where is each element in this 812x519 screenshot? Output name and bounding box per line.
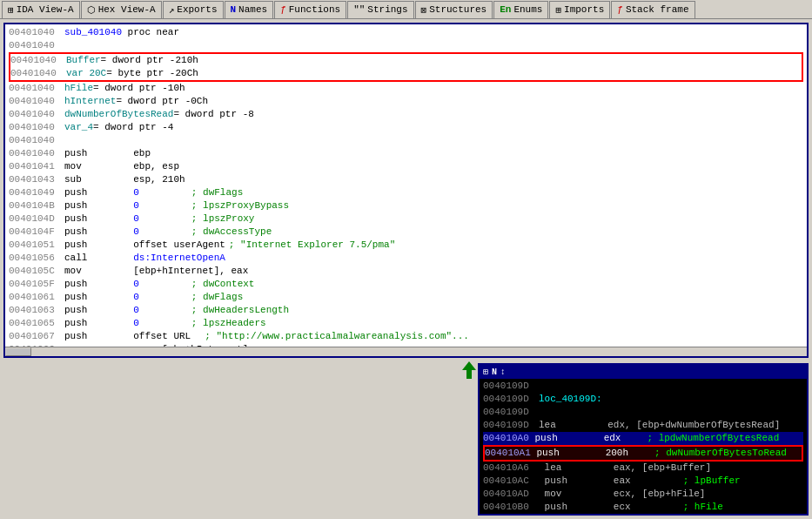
code-line-var20c: 00401040 var 20C= byte ptr -20Ch xyxy=(10,67,802,80)
code-line: 00401061 push 0 ; dwFlags xyxy=(9,291,803,304)
tab-structures[interactable]: ⊠ Structures xyxy=(415,1,493,18)
bottom-code-line: 0040109D xyxy=(483,380,803,393)
code-line: 0040104D push 0 ; lpszProxy xyxy=(9,212,803,226)
ida-view-icon: ⊞ xyxy=(8,4,14,16)
code-line: 0040105C mov [ebp+hInternet], eax xyxy=(9,265,803,278)
strings-icon: "" xyxy=(353,4,365,15)
tab-hex-view-a[interactable]: ⬡ Hex View-A xyxy=(81,1,162,18)
bottom-code-line: 004010AC push eax ; lpBuffer xyxy=(483,475,803,488)
code-line: 00401043 sub esp, 210h xyxy=(9,173,803,186)
tab-names-label: Names xyxy=(238,4,267,15)
code-line: 00401067 push offset URL ; "http://www.p… xyxy=(9,330,803,343)
enums-icon: En xyxy=(500,4,511,15)
tab-imports-label: Imports xyxy=(564,4,604,15)
code-line: 00401040 xyxy=(9,39,803,52)
tab-structures-label: Structures xyxy=(429,4,487,15)
code-line: 00401040 xyxy=(9,134,803,147)
tab-ida-view-a-label: IDA View-A xyxy=(17,4,74,15)
scrollbar-h[interactable] xyxy=(5,347,807,356)
code-line: 00401065 push 0 ; lpszHeaders xyxy=(9,317,803,330)
bottom-code-line: 0040109D xyxy=(483,406,803,419)
code-line: 00401040 dwNumberOfBytesRead= dword ptr … xyxy=(9,108,803,121)
code-window-bottom[interactable]: ⊞ N ↕ 0040109D 0040109D loc_40109D: 0040… xyxy=(478,363,809,516)
tab-strings-label: Strings xyxy=(367,4,407,15)
tab-ida-view-a[interactable]: ⊞ IDA View-A xyxy=(2,1,80,18)
bottom-code-content: 0040109D 0040109D loc_40109D: 0040109D 0… xyxy=(480,379,807,516)
tab-exports-label: Exports xyxy=(177,4,217,15)
bottom-code-line: 004010B0 push ecx ; hFile xyxy=(483,501,803,514)
code-line: 00401041 mov ebp, esp xyxy=(9,160,803,173)
bottom-header-icon1: ⊞ xyxy=(483,367,488,377)
toolbar: ⊞ IDA View-A ⬡ Hex View-A ↗ Exports N Na… xyxy=(0,0,812,19)
bottom-header-icon3: ↕ xyxy=(500,367,506,377)
tab-exports[interactable]: ↗ Exports xyxy=(163,1,224,18)
tab-strings[interactable]: "" Strings xyxy=(347,1,413,18)
tab-functions[interactable]: ƒ Functions xyxy=(274,1,346,18)
tab-enums-label: Enums xyxy=(513,4,542,15)
code-line: 0040104F push 0 ; dwAccessType xyxy=(9,226,803,239)
code-line: 00401051 push offset userAgent ; "Intern… xyxy=(9,239,803,252)
bottom-code-line-push-200h: 004010A1 push 200h ; dwNumberOfBytesToRe… xyxy=(483,445,803,462)
code-window-bottom-header: ⊞ N ↕ xyxy=(480,365,807,379)
tab-stack-frame-label: Stack frame xyxy=(626,4,689,15)
code-window-top[interactable]: 00401040 sub_401040 proc near 00401040 0… xyxy=(3,23,809,358)
structures-icon: ⊠ xyxy=(421,4,427,16)
imports-icon: ⊞ xyxy=(555,4,561,16)
main-area: 00401040 sub_401040 proc near 00401040 0… xyxy=(0,19,812,519)
arrow-svg xyxy=(462,361,476,379)
functions-icon: ƒ xyxy=(280,4,286,15)
code-line: 0040105F push 0 ; dwContext xyxy=(9,278,803,291)
bottom-code-line: 0040109D lea edx, [ebp+dwNumberOfBytesRe… xyxy=(483,419,803,432)
bottom-code-line-label: 0040109D loc_40109D: xyxy=(483,393,803,406)
tab-hex-view-a-label: Hex View-A xyxy=(98,4,156,15)
hex-view-icon: ⬡ xyxy=(87,4,96,16)
code-line: 0040104B push 0 ; lpszProxyBypass xyxy=(9,199,803,212)
flow-arrow xyxy=(462,361,476,381)
bottom-header-icon2: N xyxy=(492,367,497,377)
tab-functions-label: Functions xyxy=(289,4,340,15)
code-line: 00401040 sub_401040 proc near xyxy=(9,26,803,39)
bottom-code-line-call-internetreadfile: 004010B1 call ds:InternetReadFile xyxy=(483,514,803,516)
tab-imports[interactable]: ⊞ Imports xyxy=(549,1,610,18)
bottom-code-line: 004010A6 lea eax, [ebp+Buffer] xyxy=(483,462,803,475)
code-line: 00401040 hInternet= dword ptr -0Ch xyxy=(9,95,803,108)
code-line: 00401049 push 0 ; dwFlags xyxy=(9,186,803,199)
code-line: 00401040 var_4= dword ptr -4 xyxy=(9,121,803,134)
code-line-buffer: 00401040 Buffer= dword ptr -210h xyxy=(10,54,802,67)
code-line: 0040106F push eax ; hInternet xyxy=(9,356,803,358)
code-line: 00401063 push 0 ; dwHeadersLength xyxy=(9,304,803,317)
tab-stack-frame[interactable]: ƒ Stack frame xyxy=(611,1,695,18)
bottom-code-line: 004010AD mov ecx, [ebp+hFile] xyxy=(483,488,803,501)
code-line: 00401056 call ds:InternetOpenA xyxy=(9,252,803,265)
stack-frame-icon: ƒ xyxy=(617,4,623,15)
code-content-top: 00401040 sub_401040 proc near 00401040 0… xyxy=(5,24,807,358)
code-line: 00401040 hFile= dword ptr -10h xyxy=(9,82,803,95)
exports-icon: ↗ xyxy=(169,4,175,16)
code-line: 00401040 push ebp xyxy=(9,147,803,160)
names-icon: N xyxy=(231,4,237,15)
bottom-code-line-push-edx: 004010A0 push edx ; lpdwNumberOfBytesRea… xyxy=(483,432,803,445)
svg-marker-0 xyxy=(462,361,476,379)
tab-names[interactable]: N Names xyxy=(225,1,274,18)
tab-enums[interactable]: En Enums xyxy=(493,1,548,18)
